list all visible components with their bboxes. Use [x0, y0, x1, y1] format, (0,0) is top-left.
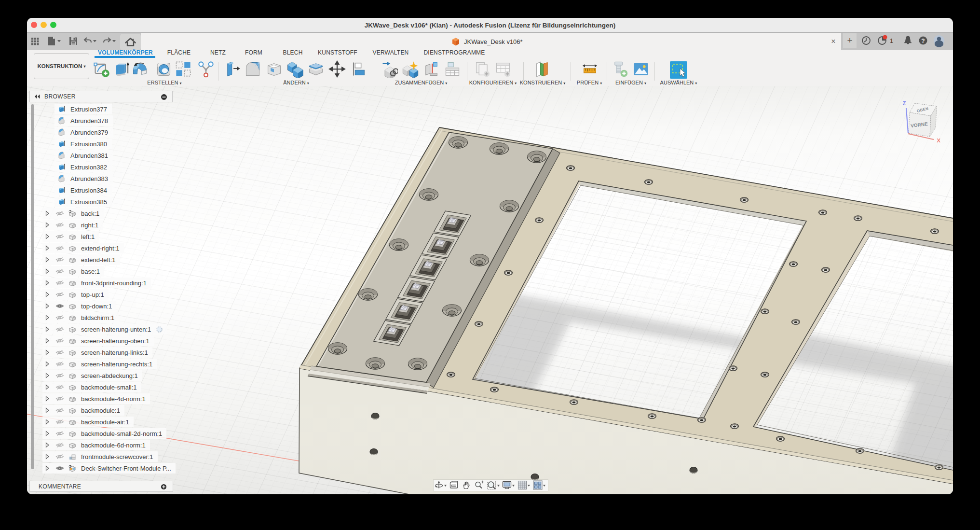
svg-text:1: 1	[890, 37, 893, 44]
svg-text:?: ?	[921, 38, 925, 44]
